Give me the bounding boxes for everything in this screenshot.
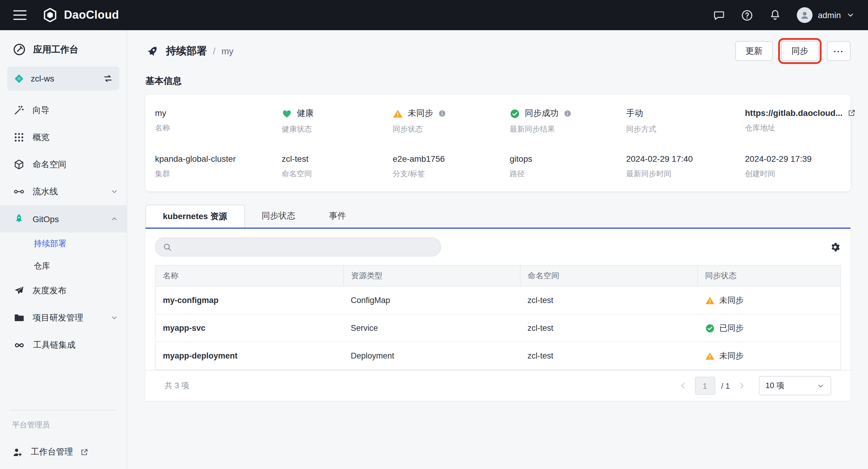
field-label: 集群 xyxy=(155,169,282,179)
repo-url-link[interactable]: https://gitlab.daocloud... xyxy=(745,108,843,118)
sidebar-item-label: 工具链集成 xyxy=(33,340,118,350)
search-input[interactable] xyxy=(177,242,433,252)
sidebar-item-repository[interactable]: 仓库 xyxy=(0,255,127,277)
tab-kubernetes-resources[interactable]: kubernetes 资源 xyxy=(145,205,245,228)
field-label: 仓库地址 xyxy=(745,123,856,134)
table-row[interactable]: my-configmap ConfigMap zcl-test 未同步 xyxy=(155,286,841,314)
column-header-sync-status[interactable]: 同步状态 xyxy=(698,265,841,286)
resource-status: 未同步 xyxy=(698,286,841,314)
field-value: my xyxy=(155,108,166,118)
field-value: 同步成功 xyxy=(525,108,559,119)
workbench-manage-link[interactable]: 工作台管理 xyxy=(0,439,127,465)
switch-workspace-icon[interactable] xyxy=(102,73,114,84)
column-header-name[interactable]: 名称 xyxy=(155,265,343,286)
sidebar-item-toolchain[interactable]: 工具链集成 xyxy=(0,331,127,358)
workspace-title: 应用工作台 xyxy=(33,44,79,55)
header-actions: 更新 同步 ··· xyxy=(735,41,850,61)
resources-table: 名称 资源类型 命名空间 同步状态 my-configmap ConfigMap… xyxy=(155,265,841,370)
field-label: 最新同步结果 xyxy=(510,124,626,135)
resource-type: Deployment xyxy=(343,342,520,370)
chevron-down-icon xyxy=(111,188,118,196)
workbench-manage-label: 工作台管理 xyxy=(31,447,73,458)
menu-toggle-button[interactable] xyxy=(13,10,27,20)
field-label: 名称 xyxy=(155,123,282,134)
column-header-namespace[interactable]: 命名空间 xyxy=(520,265,698,286)
detail-tabs: kubernetes 资源 同步状态 事件 xyxy=(145,205,850,229)
workspace-header: 应用工作台 xyxy=(0,36,127,63)
brand-logo[interactable]: DaoCloud xyxy=(42,7,119,23)
paper-plane-icon xyxy=(13,285,25,296)
sidebar-item-pipeline[interactable]: 流水线 xyxy=(0,178,127,205)
sidebar-item-overview[interactable]: 概览 xyxy=(0,124,127,151)
sidebar-item-label: 流水线 xyxy=(33,186,102,197)
daocloud-logo-icon xyxy=(42,7,58,23)
field-branch: e2e-amb1756 分支/标签 xyxy=(393,154,510,179)
page-size-select[interactable]: 10 项 xyxy=(759,376,831,395)
table-settings-button[interactable] xyxy=(829,241,841,253)
resource-type: Service xyxy=(343,314,520,342)
table-row[interactable]: myapp-svc Service zcl-test 已同步 xyxy=(155,314,841,342)
sidebar-item-wizard[interactable]: 向导 xyxy=(0,96,127,124)
sidebar-item-continuous-deployment[interactable]: 持续部署 xyxy=(0,232,127,255)
grid-icon xyxy=(13,131,25,143)
chevron-down-icon xyxy=(846,11,855,19)
breadcrumb-separator: / xyxy=(213,46,215,56)
search-box[interactable] xyxy=(155,237,441,257)
wand-icon xyxy=(13,105,25,116)
warning-icon xyxy=(393,108,403,119)
user-menu[interactable]: admin xyxy=(797,7,855,23)
sidebar-item-project-management[interactable]: 项目研发管理 xyxy=(0,304,127,331)
success-icon xyxy=(705,323,714,333)
field-created-time: 2024-02-29 17:39 创建时间 xyxy=(745,154,856,179)
external-link-icon[interactable] xyxy=(847,109,856,117)
field-label: 最新同步时间 xyxy=(626,169,745,179)
workspace-selector[interactable]: zcl-ws xyxy=(7,66,119,91)
basic-info-title: 基本信息 xyxy=(145,76,850,87)
notifications-button[interactable] xyxy=(769,9,781,21)
resource-namespace: zcl-test xyxy=(520,342,698,370)
field-value: kpanda-global-cluster xyxy=(155,154,236,164)
resource-namespace: zcl-test xyxy=(520,314,698,342)
gear-icon xyxy=(829,241,841,253)
brand-name: DaoCloud xyxy=(64,8,119,22)
field-value: 健康 xyxy=(297,108,314,119)
basic-info-card: my 名称 健康 健康状态 未同步 xyxy=(145,95,850,191)
tab-sync-status[interactable]: 同步状态 xyxy=(245,205,312,228)
table-row[interactable]: myapp-deployment Deployment zcl-test 未同步 xyxy=(155,342,841,370)
info-icon[interactable] xyxy=(438,109,446,118)
prev-page-button[interactable] xyxy=(677,380,688,392)
update-button[interactable]: 更新 xyxy=(735,41,773,61)
resource-name[interactable]: myapp-deployment xyxy=(155,342,343,370)
next-page-button[interactable] xyxy=(736,380,748,392)
user-name: admin xyxy=(818,10,841,20)
messages-button[interactable] xyxy=(713,9,725,21)
heart-icon xyxy=(282,108,292,119)
page-header: 持续部署 / my 更新 同步 ··· xyxy=(145,41,850,61)
info-icon[interactable] xyxy=(563,109,572,118)
chevron-right-icon xyxy=(737,381,747,390)
column-header-type[interactable]: 资源类型 xyxy=(343,265,520,286)
tab-events[interactable]: 事件 xyxy=(312,205,363,228)
status-text: 未同步 xyxy=(719,295,744,306)
bell-icon xyxy=(769,9,781,21)
more-actions-button[interactable]: ··· xyxy=(827,41,850,61)
sidebar-item-label: 持续部署 xyxy=(34,238,66,249)
field-health: 健康 健康状态 xyxy=(282,108,393,135)
sidebar-item-gitops[interactable]: GitOps xyxy=(0,205,127,232)
help-icon xyxy=(741,9,753,22)
sidebar-item-label: 命名空间 xyxy=(33,159,118,170)
sidebar-item-gray-release[interactable]: 灰度发布 xyxy=(0,277,127,304)
table-header-row: 名称 资源类型 命名空间 同步状态 xyxy=(155,265,841,286)
resource-name[interactable]: myapp-svc xyxy=(155,314,343,342)
sidebar-item-label: 灰度发布 xyxy=(33,285,118,296)
field-sync-mode: 手动 同步方式 xyxy=(626,108,745,135)
resource-status: 未同步 xyxy=(698,342,841,370)
resource-type: ConfigMap xyxy=(343,286,520,314)
resource-name[interactable]: my-configmap xyxy=(155,286,343,314)
sidebar-item-namespace[interactable]: 命名空间 xyxy=(0,151,127,178)
page-number-input[interactable] xyxy=(694,377,715,395)
chevron-down-icon xyxy=(111,314,118,322)
help-button[interactable] xyxy=(741,9,753,22)
sync-button[interactable]: 同步 xyxy=(781,41,818,61)
breadcrumb-root[interactable]: 持续部署 xyxy=(166,44,207,58)
